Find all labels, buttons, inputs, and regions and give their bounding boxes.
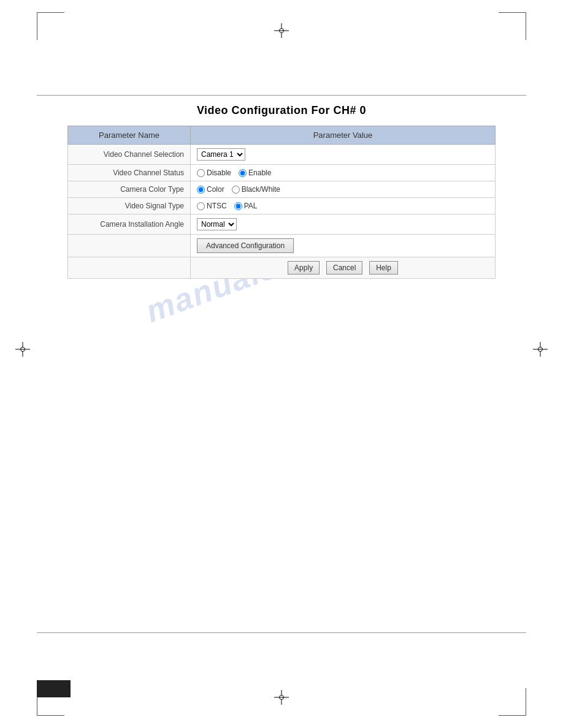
row-value-advanced: Advanced Configuration (191, 235, 496, 257)
radio-bw[interactable] (232, 186, 240, 194)
radio-bw-label[interactable]: Black/White (232, 185, 280, 194)
corner-tl-horizontal (37, 12, 64, 13)
row-label-video-channel-status: Video Channel Status (68, 165, 191, 181)
row-label-video-signal-type: Video Signal Type (68, 198, 191, 214)
row-label-camera-installation-angle: Camera Installation Angle (68, 214, 191, 235)
config-table: Parameter Name Parameter Value Video Cha… (67, 126, 496, 279)
crosshair-right (533, 342, 548, 357)
radio-disable[interactable] (197, 169, 205, 177)
cancel-button[interactable]: Cancel (326, 261, 362, 275)
action-empty-cell (68, 257, 191, 279)
video-channel-status-group: Disable Enable (197, 169, 489, 177)
table-row: Advanced Configuration (68, 235, 496, 257)
radio-pal-label[interactable]: PAL (234, 202, 258, 210)
radio-ntsc-label[interactable]: NTSC (197, 202, 227, 210)
corner-br-horizontal (499, 715, 526, 716)
table-row: Video Channel Selection Camera 1 Camera … (68, 145, 496, 165)
table-row: Camera Color Type Color Black/White (68, 181, 496, 198)
row-value-camera-color-type: Color Black/White (191, 181, 496, 198)
advanced-config-button[interactable]: Advanced Configuration (197, 238, 294, 253)
bottom-rule (37, 632, 526, 633)
radio-ntsc-text: NTSC (207, 202, 227, 210)
row-label-camera-color-type: Camera Color Type (68, 181, 191, 198)
corner-tr-vertical (526, 12, 526, 40)
main-content: Video Configuration For CH# 0 Parameter … (67, 104, 496, 279)
radio-color-label[interactable]: Color (197, 185, 224, 194)
row-value-video-signal-type: NTSC PAL (191, 198, 496, 214)
corner-br-vertical (526, 688, 526, 716)
action-row: Apply Cancel Help (68, 257, 496, 279)
radio-pal[interactable] (234, 202, 242, 210)
row-value-camera-installation-angle: Normal Flip Mirror 180° (191, 214, 496, 235)
crosshair-bottom (274, 690, 289, 705)
crosshair-left (15, 342, 30, 357)
apply-button[interactable]: Apply (288, 261, 320, 275)
help-button[interactable]: Help (369, 261, 398, 275)
radio-enable[interactable] (239, 169, 247, 177)
video-signal-type-group: NTSC PAL (197, 202, 489, 210)
radio-enable-label[interactable]: Enable (239, 169, 271, 177)
camera-color-type-group: Color Black/White (197, 185, 489, 194)
table-row: Video Signal Type NTSC PAL (68, 198, 496, 214)
crosshair-top (274, 23, 289, 38)
radio-color[interactable] (197, 186, 205, 194)
row-value-video-channel-status: Disable Enable (191, 165, 496, 181)
table-row: Camera Installation Angle Normal Flip Mi… (68, 214, 496, 235)
col-header-param-name: Parameter Name (68, 126, 191, 145)
radio-disable-label[interactable]: Disable (197, 169, 231, 177)
top-rule (37, 95, 526, 96)
row-label-video-channel-selection: Video Channel Selection (68, 145, 191, 165)
radio-ntsc[interactable] (197, 202, 205, 210)
corner-tl-vertical (37, 12, 37, 40)
radio-pal-text: PAL (244, 202, 258, 210)
video-channel-select[interactable]: Camera 1 Camera 2 Camera 3 Camera 4 (197, 148, 245, 161)
camera-angle-select[interactable]: Normal Flip Mirror 180° (197, 218, 237, 230)
radio-bw-text: Black/White (242, 185, 280, 194)
table-row: Video Channel Status Disable Enable (68, 165, 496, 181)
radio-disable-text: Disable (207, 169, 231, 177)
corner-tr-horizontal (499, 12, 526, 13)
corner-bl-horizontal (37, 715, 64, 716)
row-label-advanced (68, 235, 191, 257)
row-value-video-channel-selection: Camera 1 Camera 2 Camera 3 Camera 4 (191, 145, 496, 165)
action-buttons-cell: Apply Cancel Help (191, 257, 496, 279)
radio-color-text: Color (207, 185, 224, 194)
col-header-param-value: Parameter Value (191, 126, 496, 145)
page-title: Video Configuration For CH# 0 (67, 104, 496, 117)
black-rectangle (37, 680, 71, 697)
radio-enable-text: Enable (248, 169, 271, 177)
